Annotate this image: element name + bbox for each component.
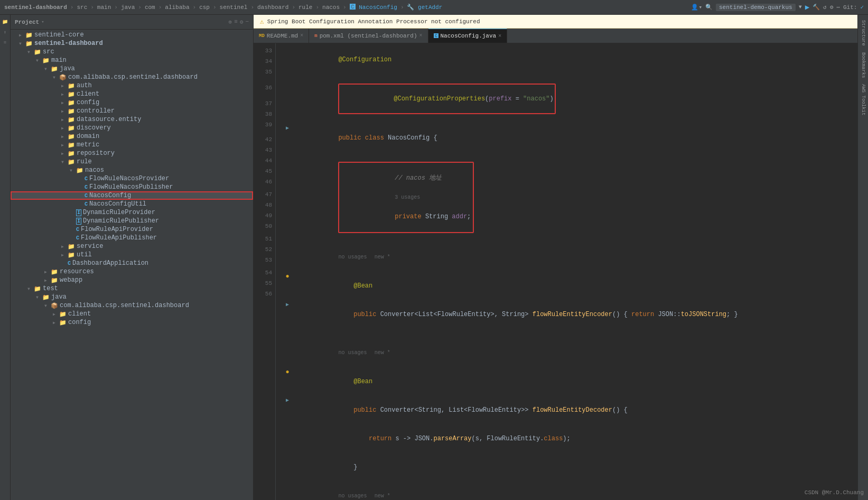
code-editor[interactable]: 33 34 35 36 37 38 39 42 43 44 45 46 47 4… (254, 43, 857, 500)
line-gutter-39: ▶ (282, 300, 293, 310)
tree-item-nacos-config-util[interactable]: C NacosConfigUtil (11, 200, 253, 208)
line-text-39: public Converter<List<FlowRuleEntity>, S… (293, 300, 857, 329)
tree-item-java[interactable]: ▼ 📁 java (11, 64, 253, 73)
more-button[interactable]: ⋯ (836, 4, 840, 11)
tree-item-resources[interactable]: ▶ 📁 resources (11, 267, 253, 276)
tree-item-test[interactable]: ▼ 📁 test (11, 284, 253, 293)
panel-collapse-icon[interactable]: ≡ (234, 18, 238, 25)
line-gutter-44: ▶ (282, 396, 293, 405)
tab-nacosconfig[interactable]: 🅲 NacosConfig.java × (428, 29, 508, 43)
structure-tool[interactable]: Structure (860, 17, 867, 49)
breadcrumb-alibaba[interactable]: alibaba (165, 4, 189, 11)
breadcrumb-nacos[interactable]: nacos (322, 4, 340, 11)
tab-close-icon[interactable]: × (498, 33, 501, 39)
warning-banner[interactable]: ⚠ Spring Boot Configuration Annotation P… (254, 15, 857, 29)
breadcrumb-sentinel[interactable]: sentinel (220, 4, 248, 11)
tree-container[interactable]: ▶ 📁 sentinel-core ▼ 📁 sentinel-dashboard… (11, 30, 253, 500)
run-button[interactable]: ▶ (805, 3, 809, 12)
tree-item-flow-rule-api-publisher[interactable]: C FlowRuleApiPublisher (11, 234, 253, 242)
tree-item-metric[interactable]: ▶ 📁 metric (11, 141, 253, 149)
tree-item-nacos[interactable]: ▼ 📁 nacos (11, 166, 253, 174)
breadcrumb-nacosconfig[interactable]: 🅲 NacosConfig (350, 4, 397, 11)
panel-locate-icon[interactable]: ⊕ (229, 18, 232, 25)
breadcrumb-sentinel-dashboard[interactable]: sentinel-dashboard (4, 4, 67, 11)
tree-item-nacos-config[interactable]: C NacosConfig (11, 191, 253, 200)
tree-item-controller[interactable]: ▶ 📁 controller (11, 107, 253, 115)
panel-close-icon[interactable]: − (245, 18, 249, 25)
project-icon[interactable]: 📁 (1, 17, 10, 26)
arrow-icon: ▶ (19, 33, 25, 38)
tree-item-flow-rule-nacos-publisher[interactable]: C FlowRuleNacosPublisher (11, 183, 253, 191)
panel-settings-icon[interactable]: ⚙ (240, 18, 244, 25)
tree-item-discovery[interactable]: ▶ 📁 discovery (11, 124, 253, 132)
bookmarks-tool[interactable]: Bookmarks (860, 49, 867, 81)
tree-item-dynamic-rule-publisher[interactable]: I DynamicRulePublisher (11, 217, 253, 225)
breadcrumb-dashboard[interactable]: dashboard (257, 4, 288, 11)
structure-icon[interactable]: ≡ (1, 38, 10, 48)
breadcrumb-getaddr[interactable]: 🔧 getAddr (407, 4, 442, 11)
tree-item-sentinel-core[interactable]: ▶ 📁 sentinel-core (11, 31, 253, 39)
tab-readme[interactable]: MD README.md × (254, 29, 309, 43)
gutter-arrow-icon: ▶ (286, 300, 289, 310)
git-checkmark[interactable]: ✓ (860, 4, 864, 11)
tree-item-webapp[interactable]: ▶ 📁 webapp (11, 276, 253, 284)
tree-item-flow-rule-api-provider[interactable]: C FlowRuleApiProvider (11, 225, 253, 234)
tree-item-flow-rule-nacos-provider[interactable]: C FlowRuleNacosProvider (11, 174, 253, 183)
folder-icon: 📁 (68, 243, 75, 250)
code-line-45: return s -> JSON.parseArray(s, FlowRuleE… (282, 424, 857, 453)
topbar-right: 👤▾ 🔍 sentinel-demo-quarkus ▼ ▶ 🔨 ↺ ⚙ ⋯ G… (691, 3, 864, 12)
tree-item-test-java[interactable]: ▼ 📁 java (11, 293, 253, 301)
tree-item-auth[interactable]: ▶ 📁 auth (11, 81, 253, 90)
arrow-icon: ▶ (53, 312, 59, 317)
tree-label: datasource.entity (77, 116, 141, 123)
tree-item-test-config[interactable]: ▶ 📁 config (11, 318, 253, 327)
tree-label: FlowRuleApiProvider (81, 226, 153, 233)
tree-item-repository[interactable]: ▶ 📁 repository (11, 149, 253, 158)
tree-item-dynamic-rule-provider[interactable]: I DynamicRuleProvider (11, 208, 253, 217)
tree-item-util[interactable]: ▶ 📁 util (11, 251, 253, 259)
tree-item-package[interactable]: ▼ 📦 com.alibaba.csp.sentinel.dashboard (11, 73, 253, 81)
tree-item-config[interactable]: ▶ 📁 config (11, 98, 253, 107)
folder-icon: 📁 (59, 319, 67, 326)
tree-item-sentinel-dashboard[interactable]: ▼ 📁 sentinel-dashboard (11, 39, 253, 48)
breadcrumb-com[interactable]: com (145, 4, 155, 11)
aws-toolkit-tool[interactable]: AWS Toolkit (860, 81, 867, 118)
code-content[interactable]: @Configuration @ConfigurationProperties(… (276, 43, 857, 500)
tab-pomxml[interactable]: m pom.xml (sentinel-dashboard) × (309, 29, 428, 43)
breadcrumb-csp[interactable]: csp (199, 4, 210, 11)
project-panel: Project ▾ ⊕ ≡ ⚙ − ▶ 📁 sentinel-core ▼ 📁 (11, 15, 254, 500)
breadcrumb-src[interactable]: src (77, 4, 87, 11)
tree-item-dashboard-application[interactable]: C DashboardApplication (11, 259, 253, 267)
tree-item-rule[interactable]: ▼ 📁 rule (11, 158, 253, 166)
tree-item-service[interactable]: ▶ 📁 service (11, 242, 253, 251)
tree-item-datasource-entity[interactable]: ▶ 📁 datasource.entity (11, 115, 253, 124)
class-i-icon: I (76, 218, 81, 225)
class-c-icon: C (85, 201, 88, 207)
run-dropdown-icon[interactable]: ▼ (799, 4, 802, 10)
tree-item-test-client[interactable]: ▶ 📁 client (11, 310, 253, 318)
settings-button[interactable]: ⚙ (830, 4, 834, 11)
topbar: sentinel-dashboard › src › main › java ›… (0, 0, 868, 15)
panel-dropdown[interactable]: ▾ (41, 19, 44, 25)
folder-icon: 📁 (34, 49, 41, 55)
line-gutter-43: ● (282, 367, 293, 377)
breadcrumb-java[interactable]: java (121, 4, 135, 11)
breadcrumb-main[interactable]: main (97, 4, 111, 11)
refresh-button[interactable]: ↺ (823, 4, 827, 11)
folder-icon: 📁 (68, 99, 75, 106)
folder-icon: 📁 (68, 125, 75, 132)
tree-item-src[interactable]: ▼ 📁 src (11, 48, 253, 56)
search-icon[interactable]: 🔍 (705, 4, 713, 11)
build-button[interactable]: 🔨 (813, 4, 820, 11)
tree-item-main[interactable]: ▼ 📁 main (11, 56, 253, 64)
tab-close-icon[interactable]: × (300, 33, 303, 39)
breadcrumb-rule[interactable]: rule (298, 4, 312, 11)
commit-icon[interactable]: ⬆ (1, 27, 10, 37)
tree-item-domain[interactable]: ▶ 📁 domain (11, 132, 253, 141)
folder-icon: 📁 (51, 277, 58, 284)
tree-label: FlowRuleApiPublisher (81, 234, 157, 242)
tab-close-icon[interactable]: × (419, 33, 423, 39)
tree-item-client[interactable]: ▶ 📁 client (11, 90, 253, 98)
tree-item-test-package[interactable]: ▼ 📦 com.alibaba.csp.sentinel.dashboard (11, 301, 253, 310)
user-icon[interactable]: 👤▾ (691, 4, 702, 11)
